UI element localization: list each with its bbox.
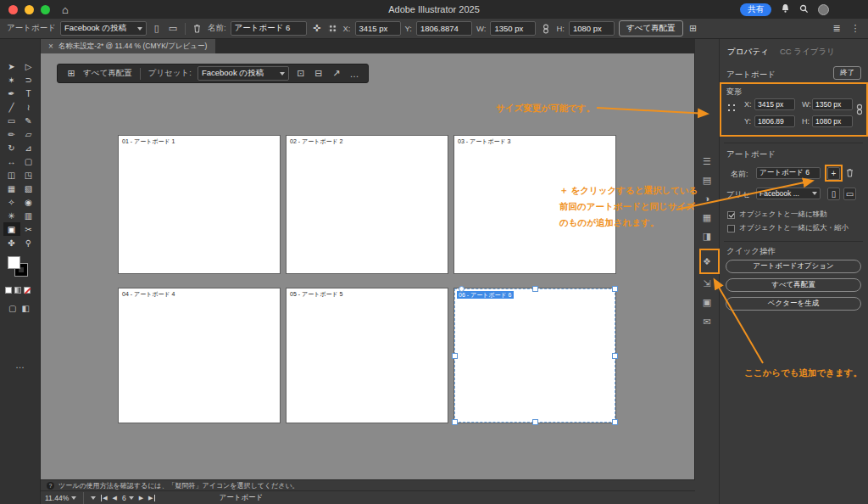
generate-vectors-button[interactable]: ベクターを生成 xyxy=(726,297,861,311)
preset-dropdown[interactable]: Facebook の投稿 xyxy=(198,66,289,81)
rotate-tool[interactable]: ↻ xyxy=(3,141,20,154)
artboard-tool[interactable]: ▣ xyxy=(3,222,20,236)
free-transform-tool[interactable]: ▢ xyxy=(20,154,37,168)
y-input[interactable]: 1806.8874 xyxy=(416,21,472,36)
share-button[interactable]: 共有 xyxy=(740,3,771,16)
last-artboard-button[interactable]: ▶ xyxy=(148,495,154,501)
more-options-icon[interactable]: ⋮ xyxy=(849,23,861,35)
link-dimensions-icon[interactable] xyxy=(540,23,552,35)
resize-handle[interactable] xyxy=(459,286,465,292)
screen-mode-icon[interactable]: ◧ xyxy=(21,304,29,313)
direct-selection-tool[interactable]: ▷ xyxy=(20,59,37,73)
paintbrush-tool[interactable]: ✎ xyxy=(20,114,37,127)
move-with-artwork-checkbox[interactable] xyxy=(727,211,735,219)
minimize-window-button[interactable] xyxy=(25,5,34,14)
scale-tool[interactable]: ⊿ xyxy=(20,141,37,154)
gradient-tool[interactable]: ▧ xyxy=(20,182,37,195)
previous-artboard-button[interactable]: ◀ xyxy=(113,495,117,501)
gradient-icon[interactable]: ◨ xyxy=(695,230,719,242)
close-document-icon[interactable]: × xyxy=(48,42,53,51)
account-avatar[interactable] xyxy=(818,4,829,15)
reference-point-icon[interactable] xyxy=(327,23,339,35)
pencil-tool[interactable]: ✏ xyxy=(3,127,20,141)
home-icon[interactable]: ⌂ xyxy=(62,3,69,16)
curvature-tool[interactable]: ≀ xyxy=(20,100,37,114)
next-artboard-button[interactable]: ▶ xyxy=(139,495,143,501)
draw-mode-icon[interactable]: ▢ xyxy=(8,304,16,313)
export-icon[interactable]: ⇲ xyxy=(695,277,719,289)
layout-option-2-icon[interactable]: ⊟ xyxy=(313,68,325,80)
color-mode-icon[interactable] xyxy=(5,287,12,294)
mesh-tool[interactable]: ▦ xyxy=(3,182,20,195)
artboard-4[interactable]: 04 - アートボード 4 xyxy=(119,288,280,423)
artboard-6-selected[interactable]: 06 - アートボード 6 xyxy=(454,288,615,423)
delete-artboard-icon[interactable] xyxy=(192,23,203,35)
color-icon[interactable]: ◑ xyxy=(695,193,719,204)
artboard-2[interactable]: 02 - アートボード 2 xyxy=(287,136,448,273)
artboard-name-input[interactable]: アートボード 6 xyxy=(756,167,821,179)
artboard-5-label[interactable]: 05 - アートボード 5 xyxy=(288,290,345,298)
search-icon[interactable] xyxy=(799,4,809,15)
transform-y-input[interactable]: 1806.89 xyxy=(754,115,795,127)
resize-handle[interactable] xyxy=(612,286,618,292)
menu-icon[interactable]: ☰ xyxy=(695,155,719,167)
artboard-6-label[interactable]: 06 - アートボード 6 xyxy=(457,291,514,299)
scale-with-artwork-checkbox[interactable] xyxy=(727,225,735,232)
artboard-grid-icon[interactable]: ⊞ xyxy=(687,23,699,35)
transform-h-input[interactable]: 1080 px xyxy=(812,115,853,127)
resize-handle[interactable] xyxy=(612,419,618,425)
artboard-2-label[interactable]: 02 - アートボード 2 xyxy=(288,137,345,145)
resize-handle[interactable] xyxy=(452,419,458,425)
artboard-number-dropdown[interactable]: 6 xyxy=(122,494,134,502)
column-graph-tool[interactable]: ▥ xyxy=(20,209,37,222)
fill-color-swatch[interactable] xyxy=(8,256,20,269)
artboard-options-button[interactable]: アートボードオプション xyxy=(726,260,861,273)
artboard-5[interactable]: 05 - アートボード 5 xyxy=(287,288,448,423)
preset-dropdown[interactable]: Facebook ... xyxy=(756,188,821,199)
artboards-icon[interactable]: ▣ xyxy=(695,296,719,308)
width-tool[interactable]: ↔ xyxy=(3,154,20,168)
eraser-tool[interactable]: ▱ xyxy=(20,127,37,141)
artboard-3-label[interactable]: 03 - アートボード 3 xyxy=(456,137,513,145)
edit-toolbar-icon[interactable]: … xyxy=(0,360,40,370)
pen-tool[interactable]: ✒ xyxy=(3,87,20,100)
layers-icon[interactable]: ❖ xyxy=(695,255,719,267)
shape-builder-tool[interactable]: ◫ xyxy=(3,168,20,182)
zoom-window-button[interactable] xyxy=(41,5,50,14)
resize-handle[interactable] xyxy=(532,419,538,425)
move-artwork-with-artboard-icon[interactable]: ✜ xyxy=(311,23,323,35)
eyedropper-tool[interactable]: ✧ xyxy=(3,195,20,209)
close-window-button[interactable] xyxy=(8,5,18,14)
rearrange-all-quick-button[interactable]: すべて再配置 xyxy=(726,278,861,292)
link-dimensions-icon[interactable] xyxy=(856,104,863,117)
gradient-mode-icon[interactable] xyxy=(14,287,21,294)
transform-x-input[interactable]: 3415 px xyxy=(754,98,795,110)
tab-cc-libraries[interactable]: CC ライブラリ xyxy=(780,47,835,58)
blend-tool[interactable]: ◉ xyxy=(20,195,37,209)
portrait-orientation-button[interactable]: ▯ xyxy=(151,23,163,35)
portrait-orientation-button[interactable]: ▯ xyxy=(827,188,840,200)
comments-icon[interactable]: ✉ xyxy=(695,316,719,328)
landscape-orientation-button[interactable]: ▭ xyxy=(843,188,856,200)
magic-wand-tool[interactable]: ✶ xyxy=(3,73,20,87)
zoom-dropdown[interactable]: 11.44% xyxy=(45,494,76,502)
resize-handle[interactable] xyxy=(532,286,538,292)
artboard-1-label[interactable]: 01 - アートボード 1 xyxy=(120,137,177,145)
selection-tool[interactable]: ➤ xyxy=(3,59,20,73)
reference-point-grid-icon[interactable] xyxy=(726,102,738,115)
artboard-1[interactable]: 01 - アートボード 1 xyxy=(119,136,280,273)
workspace-switcher-icon[interactable]: ≣ xyxy=(831,23,843,35)
symbol-sprayer-tool[interactable]: ✳ xyxy=(3,209,20,222)
rearrange-all-toolbar-button[interactable]: すべて再配置 xyxy=(83,68,132,79)
type-tool[interactable]: T xyxy=(20,87,37,100)
line-segment-tool[interactable]: ╱ xyxy=(3,100,20,114)
rearrange-all-button[interactable]: すべて再配置 xyxy=(619,20,683,36)
slice-tool[interactable]: ✂ xyxy=(20,222,37,236)
none-mode-icon[interactable] xyxy=(24,287,31,294)
resize-handle[interactable] xyxy=(452,353,458,359)
pattern-icon[interactable]: ▦ xyxy=(695,211,719,223)
layout-option-1-icon[interactable]: ⊡ xyxy=(295,68,307,80)
x-input[interactable]: 3415 px xyxy=(355,21,401,36)
notifications-bell-icon[interactable] xyxy=(781,3,790,15)
perspective-grid-tool[interactable]: ◳ xyxy=(20,168,37,182)
